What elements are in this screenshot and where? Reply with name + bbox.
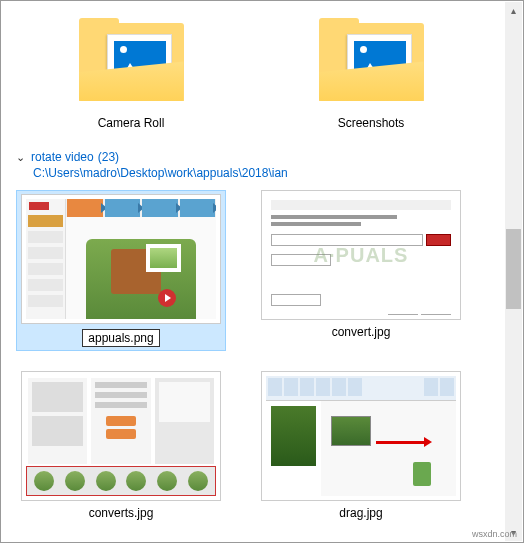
scroll-track[interactable] — [505, 19, 522, 524]
file-label: convert.jpg — [332, 325, 391, 339]
file-label: drag.jpg — [339, 506, 382, 520]
file-grid: appuals.png — [1, 190, 505, 520]
thumbnail — [21, 194, 221, 324]
folder-icon — [79, 11, 184, 111]
thumbnail — [21, 371, 221, 501]
group-header[interactable]: ⌄ rotate video (23) — [1, 150, 505, 164]
folder-row: Camera Roll Screenshots — [1, 11, 505, 130]
folder-label: Screenshots — [338, 116, 405, 130]
thumbnail: A·PUALS — [261, 190, 461, 320]
file-convert-jpg[interactable]: A·PUALS convert.jpg — [256, 190, 466, 351]
chevron-down-icon: ⌄ — [16, 151, 25, 164]
group-path: C:\Users\madro\Desktop\work\appuals\2018… — [1, 166, 505, 180]
thumbnail — [261, 371, 461, 501]
watermark: wsxdn.com — [472, 529, 517, 539]
folder-screenshots[interactable]: Screenshots — [301, 11, 441, 130]
file-appuals-png[interactable]: appuals.png — [16, 190, 226, 351]
group-name: rotate video — [31, 150, 94, 164]
file-label: converts.jpg — [89, 506, 154, 520]
scroll-thumb[interactable] — [506, 229, 521, 309]
file-label: appuals.png — [82, 329, 159, 347]
group-count: (23) — [98, 150, 119, 164]
file-drag-jpg[interactable]: drag.jpg — [256, 371, 466, 520]
folder-label: Camera Roll — [98, 116, 165, 130]
vertical-scrollbar[interactable]: ▴ ▾ — [505, 2, 522, 541]
file-converts-jpg[interactable]: converts.jpg — [16, 371, 226, 520]
folder-camera-roll[interactable]: Camera Roll — [61, 11, 201, 130]
scroll-up-icon[interactable]: ▴ — [505, 2, 522, 19]
folder-icon — [319, 11, 424, 111]
file-explorer-content[interactable]: Camera Roll Screenshots ⌄ rotate video (… — [1, 1, 505, 542]
